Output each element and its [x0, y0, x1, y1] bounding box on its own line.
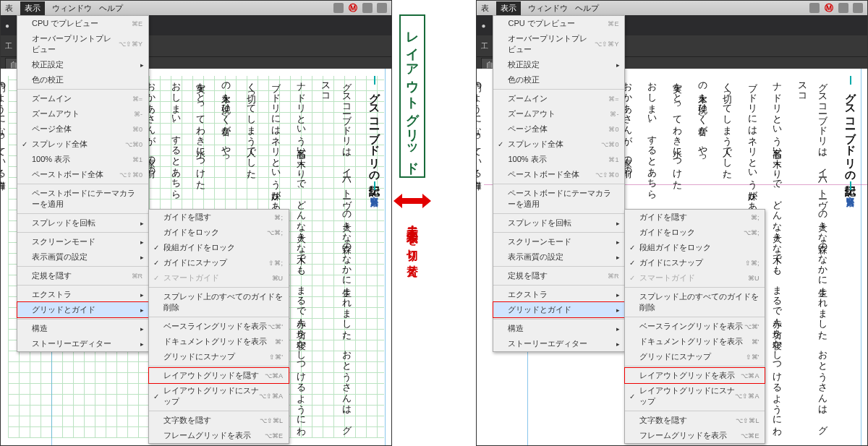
submenu-item[interactable]: 段組ガイドをロック — [625, 240, 765, 255]
submenu-item: スマートガイド⌘U — [149, 270, 289, 286]
submenu-item[interactable]: スプレッド上のすべてのガイドを削除 — [149, 289, 289, 315]
view-menu-item[interactable]: ズームアウト⌘- — [17, 106, 148, 121]
submenu-item[interactable]: グリッドにスナップ⇧⌘' — [625, 349, 765, 364]
submenu-item: スマートガイド⌘U — [625, 270, 765, 286]
left-panel: 表 表示 ウィンドウ ヘルプ Ⓜ ● n 2023 工 自動 字 [なし] 自動… — [0, 0, 392, 446]
status-icon-2 — [362, 3, 373, 13]
view-menu-item[interactable]: ズームアウト⌘- — [493, 106, 624, 121]
submenu-item[interactable]: レイアウトグリッドにスナップ⌥⇧⌘A — [149, 383, 289, 409]
view-menu-item[interactable]: スクリーンモード — [17, 234, 148, 249]
tool-icon[interactable]: 工 — [481, 41, 488, 51]
view-menu-item[interactable]: スプレッドを回転 — [17, 215, 148, 231]
layout-grid-label: レイアウトグリッド — [399, 14, 425, 178]
submenu-item[interactable]: ベースライングリッドを表示⌥⌘' — [625, 319, 765, 334]
view-menu-item[interactable]: 色の校正 — [17, 72, 148, 87]
submenu-item[interactable]: フレームグリッドを表示⌥⌘E — [625, 428, 765, 443]
menubar: 表 表示 ウィンドウ ヘルプ Ⓜ — [1, 1, 391, 15]
submenu-item[interactable]: ガイドにスナップ⇧⌘; — [625, 255, 765, 270]
submenu-item[interactable]: レイアウトグリッドを表示⌥⌘A — [625, 368, 765, 383]
menu-table[interactable]: 表 — [481, 3, 489, 14]
grids-guides-submenu: ガイドを隠す⌘;ガイドをロック⌥⌘;段組ガイドをロックガイドにスナップ⇧⌘;スマ… — [624, 209, 765, 444]
view-menu-item[interactable]: グリッドとガイド — [493, 302, 624, 317]
menu-window[interactable]: ウィンドウ — [52, 3, 92, 14]
view-menu-item[interactable]: 表示画質の設定 — [17, 249, 148, 265]
submenu-item[interactable]: ベースライングリッドを表示⌥⌘' — [149, 319, 289, 334]
view-menu-item[interactable]: 100% 表示⌘1 — [493, 152, 624, 167]
menu-view[interactable]: 表示 — [496, 1, 521, 15]
menu-help[interactable]: ヘルプ — [99, 3, 123, 14]
right-panel: 表 表示 ウィンドウ ヘルプ Ⓜ ● n 2023 工 自動 字 [なし] 自動… — [476, 0, 868, 446]
view-menu-item[interactable]: エクストラ — [17, 287, 148, 302]
menu-view[interactable]: 表示 — [20, 1, 45, 15]
submenu-item[interactable]: ガイドをロック⌥⌘; — [149, 225, 289, 240]
view-menu-item[interactable]: CPU でプレビュー⌘E — [493, 16, 624, 31]
view-menu: CPU でプレビュー⌘Eオーバープリントプレビュー⌥⇧⌘Y校正設定色の校正ズーム… — [493, 15, 625, 352]
submenu-item[interactable]: レイアウトグリッドにスナップ⌥⇧⌘A — [625, 383, 765, 409]
submenu-item[interactable]: ガイドを隠す⌘; — [149, 210, 289, 225]
submenu-item[interactable]: 文字数を隠す⌥⇧⌘L — [625, 413, 765, 428]
view-menu-item[interactable]: 定規を隠す⌘R — [17, 268, 148, 283]
view-menu-item[interactable]: スプレッドを回転 — [493, 215, 624, 231]
toggle-label: 表示・非表示を切り替え — [404, 217, 420, 272]
view-menu-item[interactable]: スプレッド全体⌥⌘0 — [17, 137, 148, 152]
menu-table[interactable]: 表 — [5, 3, 13, 14]
view-menu-item[interactable]: 定規を隠す⌘R — [493, 268, 624, 283]
submenu-item[interactable]: フレームグリッドを表示⌥⌘E — [149, 428, 289, 443]
view-menu-item[interactable]: ペーストボード全体⌥⇧⌘0 — [493, 167, 624, 182]
submenu-item[interactable]: 文字数を隠す⌥⇧⌘L — [149, 413, 289, 428]
status-icon-2 — [838, 3, 848, 13]
submenu-item[interactable]: ガイドにスナップ⇧⌘; — [149, 255, 289, 270]
view-menu-item[interactable]: CPU でプレビュー⌘E — [17, 16, 148, 31]
view-menu-item[interactable]: グリッドとガイド — [17, 302, 148, 317]
center-annotation: レイアウトグリッド 表示・非表示を切り替え — [392, 0, 433, 446]
view-menu-item[interactable]: ストーリーエディター — [17, 336, 148, 351]
menu-window[interactable]: ウィンドウ — [528, 3, 568, 14]
view-menu-item[interactable]: スプレッド全体⌥⌘0 — [493, 137, 624, 152]
submenu-item[interactable]: ドキュメントグリッドを表示⌘' — [625, 334, 765, 349]
view-menu-item[interactable]: 校正設定 — [17, 57, 148, 72]
view-menu-item[interactable]: 構造 — [17, 321, 148, 336]
view-menu-item[interactable]: ペーストボード全体⌥⇧⌘0 — [17, 167, 148, 182]
view-menu-item[interactable]: ページ全体⌘0 — [493, 121, 624, 137]
tool-icon[interactable]: 工 — [5, 41, 12, 51]
view-menu-item[interactable]: 校正設定 — [493, 57, 624, 72]
status-icon-3 — [377, 3, 387, 13]
view-menu-item[interactable]: 構造 — [493, 321, 624, 336]
view-menu-item[interactable]: スクリーンモード — [493, 234, 624, 249]
app-icon: ● — [481, 22, 485, 30]
double-arrow-icon — [392, 192, 433, 210]
menubar: 表 表示 ウィンドウ ヘルプ Ⓜ — [477, 1, 867, 15]
view-menu-item[interactable]: ズームイン⌘= — [17, 91, 148, 106]
view-menu-item[interactable]: ペーストボードにテーマカラーを適用 — [17, 186, 148, 212]
status-icon — [809, 3, 820, 13]
view-menu: CPU でプレビュー⌘Eオーバープリントプレビュー⌥⇧⌘Y校正設定色の校正ズーム… — [17, 15, 149, 352]
menu-help[interactable]: ヘルプ — [575, 3, 599, 14]
submenu-item[interactable]: 段組ガイドをロック — [149, 240, 289, 255]
view-menu-item[interactable]: 色の校正 — [493, 72, 624, 87]
view-menu-item[interactable]: ズームイン⌘= — [493, 91, 624, 106]
status-icon — [333, 3, 344, 13]
view-menu-item[interactable]: オーバープリントプレビュー⌥⇧⌘Y — [493, 31, 624, 57]
submenu-item[interactable]: ガイドをロック⌥⌘; — [625, 225, 765, 240]
submenu-item[interactable]: スプレッド上のすべてのガイドを削除 — [625, 289, 765, 315]
view-menu-item[interactable]: オーバープリントプレビュー⌥⇧⌘Y — [17, 31, 148, 57]
mcafee-icon: Ⓜ — [824, 3, 834, 13]
submenu-item[interactable]: ガイドを隠す⌘; — [625, 210, 765, 225]
mcafee-icon: Ⓜ — [348, 3, 358, 13]
view-menu-item[interactable]: ストーリーエディター — [493, 336, 624, 351]
status-icon-3 — [853, 3, 863, 13]
submenu-item[interactable]: ドキュメントグリッドを表示⌘' — [149, 334, 289, 349]
view-menu-item[interactable]: ページ全体⌘0 — [17, 121, 148, 137]
submenu-item[interactable]: グリッドにスナップ⇧⌘' — [149, 349, 289, 364]
submenu-item[interactable]: レイアウトグリッドを隠す⌥⌘A — [149, 368, 289, 383]
view-menu-item[interactable]: エクストラ — [493, 287, 624, 302]
view-menu-item[interactable]: ペーストボードにテーマカラーを適用 — [493, 186, 624, 212]
app-icon: ● — [5, 22, 9, 30]
grids-guides-submenu: ガイドを隠す⌘;ガイドをロック⌥⌘;段組ガイドをロックガイドにスナップ⇧⌘;スマ… — [148, 209, 289, 444]
view-menu-item[interactable]: 表示画質の設定 — [493, 249, 624, 265]
view-menu-item[interactable]: 100% 表示⌘1 — [17, 152, 148, 167]
